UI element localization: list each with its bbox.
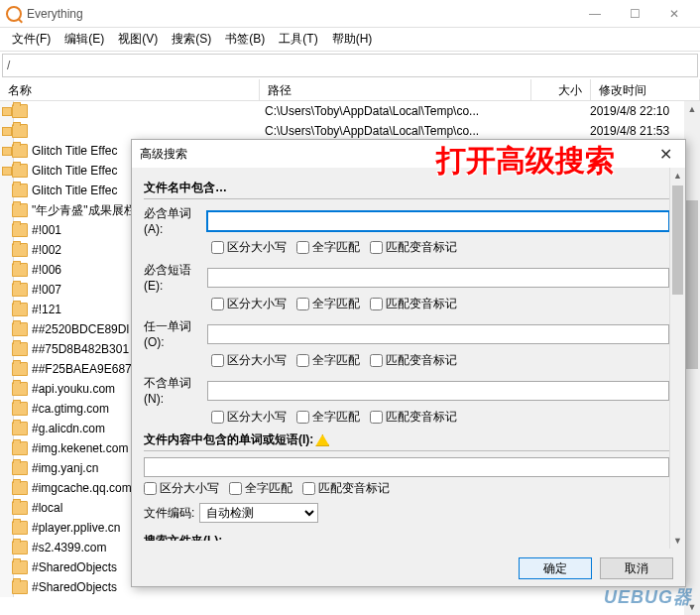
input-any-word[interactable] [207,324,669,344]
label-encoding: 文件编码: [144,505,199,522]
input-all-words[interactable] [207,211,669,231]
folder-icon [12,263,28,277]
chk-case-3[interactable]: 区分大小写 [211,352,287,369]
minimize-button[interactable]: — [575,2,615,26]
label-any-word: 任一单词(O): [144,318,207,349]
file-date: 2019/4/8 21:53 [590,124,694,138]
chk-case-4[interactable]: 区分大小写 [211,409,287,426]
chk-whole-5[interactable]: 全字匹配 [229,480,292,497]
folder-icon [12,461,28,475]
menu-bar: 文件(F) 编辑(E) 视图(V) 搜索(S) 书签(B) 工具(T) 帮助(H… [0,28,700,52]
folder-icon [12,422,28,435]
menu-view[interactable]: 视图(V) [112,29,164,50]
folder-icon [12,382,28,396]
folder-icon [12,104,28,118]
chk-diacritics-5[interactable]: 匹配变音标记 [302,480,390,497]
folder-icon [12,521,28,535]
folder-icon [12,362,28,376]
warning-icon [315,434,329,446]
chk-diacritics-1[interactable]: 匹配变音标记 [370,239,457,256]
select-encoding[interactable]: 自动检测 [199,503,318,523]
chk-diacritics-4[interactable]: 匹配变音标记 [370,409,457,426]
label-phrase: 必含短语(E): [144,262,207,293]
folder-icon [12,303,28,316]
folder-icon [12,481,28,495]
column-headers: 名称 路径 大小 修改时间 [0,79,700,101]
input-content[interactable] [144,457,669,477]
app-logo [6,6,22,22]
section-content: 文件内容中包含的单词或短语(I): [144,431,669,451]
input-phrase[interactable] [207,268,669,288]
folder-icon [12,144,28,158]
annotation-text: 打开高级搜索 [436,141,615,182]
folder-icon [12,402,28,416]
search-bar[interactable]: / [2,54,698,77]
file-path: C:\Users\Toby\AppData\Local\Temp\co... [265,124,590,138]
watermark: UEBUG器 [604,585,692,609]
folder-icon [12,223,28,237]
folder-icon [12,283,28,297]
scroll-thumb[interactable] [686,200,698,369]
folder-icon [12,541,28,554]
folder-icon [12,184,28,197]
folder-icon [12,203,28,217]
chk-whole-4[interactable]: 全字匹配 [296,409,360,426]
menu-file[interactable]: 文件(F) [6,29,57,50]
folder-icon [12,322,28,336]
scroll-thumb[interactable] [672,185,683,295]
window-title: Everything [27,7,575,21]
col-name[interactable]: 名称 [0,79,260,100]
chk-diacritics-2[interactable]: 匹配变音标记 [370,296,457,312]
table-row[interactable]: C:\Users\Toby\AppData\Local\Temp\co... 2… [4,121,694,141]
chk-case-1[interactable]: 区分大小写 [211,239,287,256]
close-window-button[interactable]: ✕ [654,2,694,26]
folder-icon [12,342,28,356]
scroll-up-icon[interactable]: ▲ [684,101,700,117]
menu-search[interactable]: 搜索(S) [166,29,217,50]
chk-case-5[interactable]: 区分大小写 [144,480,219,497]
menu-bookmarks[interactable]: 书签(B) [219,29,271,50]
folder-icon [12,124,28,138]
menu-edit[interactable]: 编辑(E) [58,29,110,50]
ok-button[interactable]: 确定 [519,557,592,579]
close-icon[interactable]: ✕ [653,142,677,166]
folder-icon [12,243,28,257]
maximize-button[interactable]: ☐ [615,2,654,26]
input-none-word[interactable] [207,381,669,401]
scroll-down-icon[interactable]: ▼ [670,533,685,549]
advanced-search-dialog: 高级搜索 ✕ 文件名中包含… 必含单词(A): 区分大小写 全字匹配 匹配变音标… [131,139,686,587]
file-date: 2019/4/8 22:10 [590,104,694,118]
file-path: C:\Users\Toby\AppData\Local\Temp\co... [265,104,590,118]
label-all-words: 必含单词(A): [144,205,207,236]
cancel-button[interactable]: 取消 [600,557,673,579]
chk-whole-2[interactable]: 全字匹配 [296,296,360,312]
folder-icon [12,501,28,515]
col-size[interactable]: 大小 [531,79,591,100]
table-row[interactable]: C:\Users\Toby\AppData\Local\Temp\co... 2… [4,101,694,121]
label-none-word: 不含单词(N): [144,375,207,406]
col-path[interactable]: 路径 [260,79,531,100]
col-date[interactable]: 修改时间 [591,79,700,100]
section-folder: 搜索文件夹(L): [144,533,669,541]
folder-icon [12,580,28,594]
main-scrollbar[interactable]: ▲ ▼ [684,101,700,615]
folder-icon [12,441,28,455]
chk-whole-3[interactable]: 全字匹配 [296,352,360,369]
folder-icon [12,164,28,178]
folder-icon [12,560,28,574]
dialog-buttons: 确定 取消 [132,551,685,586]
chk-case-2[interactable]: 区分大小写 [211,296,287,312]
menu-tools[interactable]: 工具(T) [273,29,323,50]
window-titlebar: Everything — ☐ ✕ [0,0,700,28]
chk-diacritics-3[interactable]: 匹配变音标记 [370,352,457,369]
dialog-scrollbar[interactable]: ▲ ▼ [669,168,685,549]
menu-help[interactable]: 帮助(H) [326,29,379,50]
chk-whole-1[interactable]: 全字匹配 [296,239,360,256]
scroll-up-icon[interactable]: ▲ [670,168,685,184]
section-filename: 文件名中包含… [144,180,669,199]
pathbar-text: / [7,59,10,72]
